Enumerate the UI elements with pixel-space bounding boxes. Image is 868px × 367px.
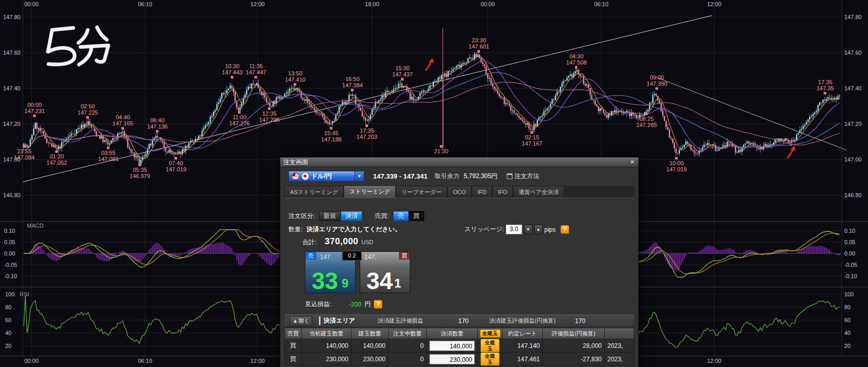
- quantity-message: 決済エリアで入力してください。: [307, 225, 401, 234]
- dialog-header: ドル/円 ▼ 147.339 - 147.341 取引余力 5,792,305円…: [288, 171, 634, 182]
- tab-as-streaming[interactable]: ASストリーミング: [284, 186, 344, 198]
- expand-button[interactable]: ▲ 開く: [290, 316, 312, 326]
- side-label: 売買:: [375, 212, 389, 220]
- cell-position-qty: 140,000: [351, 339, 389, 353]
- settle-quantity-input[interactable]: 230,000: [429, 354, 475, 364]
- spread-value: 0.2: [342, 251, 362, 261]
- pair-label: ドル/円: [311, 172, 332, 181]
- slippage-input[interactable]: 3.0: [506, 225, 522, 234]
- chevron-down-icon[interactable]: ▼: [355, 171, 364, 181]
- total-row: 合計: 370,000 USD: [302, 236, 374, 247]
- buy-button[interactable]: 買: [409, 211, 424, 221]
- slippage-help-icon[interactable]: ?: [560, 225, 569, 234]
- us-flag-icon: [292, 172, 299, 180]
- col-pending-qty: 注文中数量: [389, 328, 427, 339]
- settle-area-bar: ▲ 開く 決済エリア 決済建玉評価損益 170 決済建玉評価損益(円換算) 17…: [284, 314, 634, 327]
- order-type-label: 注文区分:: [288, 212, 315, 220]
- cell-side: 買: [284, 339, 302, 353]
- close-all-positions-button[interactable]: 全建玉: [480, 329, 501, 338]
- pips-label: pips: [544, 226, 556, 233]
- close-all-position-button[interactable]: 全建玉: [480, 353, 500, 366]
- jp-flag-icon: [301, 172, 309, 180]
- settle-order-button[interactable]: 決済: [341, 211, 362, 221]
- col-initial-qty: 当初建玉数量: [302, 328, 351, 339]
- margin-label: 取引余力: [435, 172, 460, 181]
- new-order-button[interactable]: 新規: [319, 211, 341, 221]
- col-all-positions: 全建玉: [478, 328, 503, 339]
- expected-pl-unit: 円: [364, 300, 371, 309]
- close-all-position-button[interactable]: 全建玉: [480, 339, 500, 353]
- settle-quantity-input[interactable]: 140,000: [429, 341, 475, 351]
- triangle-up-icon: ▲: [293, 318, 298, 324]
- tab-leave-order[interactable]: リーブオーダー: [396, 186, 447, 198]
- sell-tag: 売: [306, 252, 316, 260]
- position-row[interactable]: 買 230,000 230,000 0 230,000 全建玉 147.461 …: [284, 353, 634, 366]
- tab-ifo[interactable]: IFO: [492, 186, 513, 198]
- cell-all-positions: 全建玉: [478, 339, 503, 353]
- tab-close-all-pairs[interactable]: 通貨ペア全決済: [513, 186, 565, 198]
- window-icon: [507, 173, 512, 179]
- total-unit: USD: [361, 239, 373, 245]
- col-position-qty: 建玉数量: [351, 328, 389, 339]
- col-valuation-pl: 評価損益(円換算): [543, 328, 605, 339]
- order-dialog: 注文画面 × ドル/円 ▼ 147.339 - 147.341 取引余力 5,7…: [280, 157, 639, 367]
- pl-help-icon[interactable]: ?: [374, 300, 382, 309]
- settle-area-title: 決済エリア: [319, 316, 355, 325]
- quantity-label: 数量:: [288, 225, 302, 234]
- cell-settle-qty: 230,000: [427, 353, 478, 366]
- tab-oco[interactable]: OCO: [447, 186, 472, 198]
- cell-date: 2023,: [605, 339, 634, 353]
- tab-streaming[interactable]: ストリーミング: [344, 185, 396, 198]
- cell-exec-rate: 147.140: [503, 339, 543, 353]
- spin-up-button[interactable]: ▲: [534, 225, 543, 234]
- bid-ask-price: 147.339 - 147.341: [373, 172, 428, 180]
- cell-initial-qty: 140,000: [302, 339, 351, 353]
- settle-pl-jpy-value: 170: [555, 317, 585, 325]
- tab-ifd[interactable]: IFD: [472, 186, 492, 198]
- cell-pending-qty: 0: [389, 353, 427, 366]
- position-row[interactable]: 買 140,000 140,000 0 140,000 全建玉 147.140 …: [284, 339, 634, 353]
- buy-price-big: 34: [366, 269, 393, 293]
- cell-valuation-pl: 28,000: [543, 339, 605, 353]
- sell-price-small: 9: [342, 276, 348, 291]
- dialog-title: 注文画面: [283, 158, 308, 167]
- cell-initial-qty: 230,000: [302, 353, 351, 366]
- slippage-label: スリッページ:: [464, 225, 504, 234]
- fx-trading-app: 00:0006:1012:0018:0000:0006:1012:0000:00…: [0, 0, 868, 367]
- cell-position-qty: 230,000: [351, 353, 389, 366]
- sell-button[interactable]: 売: [393, 211, 409, 221]
- total-value: 370,000: [325, 236, 358, 247]
- expected-pl-label: 見込損益:: [305, 300, 331, 309]
- order-method-link[interactable]: 注文方法: [507, 172, 539, 181]
- col-extra: [605, 328, 634, 339]
- sell-price-prefix: 147.: [320, 253, 332, 261]
- col-settle-qty: 決済数量: [427, 328, 478, 339]
- positions-table: 売買 当初建玉数量 建玉数量 注文中数量 決済数量 全建玉 約定レート 評価損益…: [284, 328, 634, 366]
- close-icon[interactable]: ×: [628, 158, 636, 166]
- cell-exec-rate: 147.461: [503, 353, 543, 366]
- spin-down-button[interactable]: ▼: [524, 225, 533, 234]
- sell-price-big: 33: [312, 269, 338, 293]
- expected-pl-value: -200: [349, 301, 361, 308]
- cell-valuation-pl: -27,830: [543, 353, 605, 366]
- order-tabs: ASストリーミング ストリーミング リーブオーダー OCO IFD IFO 通貨…: [284, 186, 634, 198]
- cell-pending-qty: 0: [389, 339, 427, 353]
- quantity-row: 数量: 決済エリアで入力してください。: [288, 225, 401, 234]
- buy-price-prefix: 147.: [364, 253, 376, 261]
- buy-tag: 買: [399, 252, 410, 260]
- settle-pl-label: 決済建玉評価損益: [378, 317, 423, 325]
- settle-pl-jpy-label: 決済建玉評価損益(円換算): [489, 317, 555, 325]
- buy-rate-button[interactable]: 買 147. 34 1: [360, 251, 410, 293]
- col-side: 売買: [284, 328, 302, 339]
- buy-price-small: 1: [394, 276, 401, 291]
- slippage-row: スリッページ: 3.0 ▼ ▲ pips ?: [464, 225, 569, 234]
- margin-value: 5,792,305円: [464, 172, 497, 181]
- cell-date: 2023,: [605, 353, 634, 366]
- settle-pl-value: 170: [423, 317, 469, 325]
- cell-settle-qty: 140,000: [427, 339, 478, 353]
- cell-side: 買: [284, 353, 302, 366]
- rate-panel: 売 147. 33 9 0.2 買 147. 34 1: [305, 251, 410, 293]
- dialog-titlebar[interactable]: 注文画面 ×: [280, 157, 638, 167]
- col-exec-rate: 約定レート: [503, 328, 543, 339]
- currency-pair-select[interactable]: ドル/円 ▼: [288, 171, 364, 182]
